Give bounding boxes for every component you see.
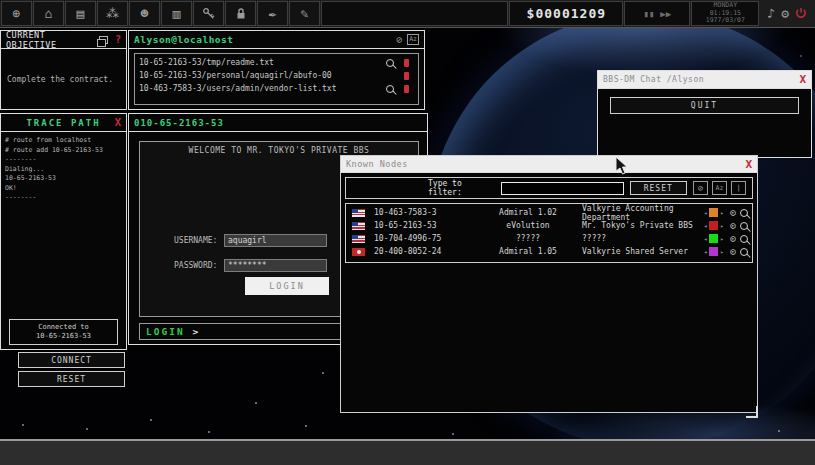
chat-titlebar[interactable]: BBS-DM Chat /Alyson X [598, 71, 811, 89]
search-icon[interactable] [740, 222, 748, 230]
trace-path-panel: TRACE PATH X # route from localhost # ro… [0, 113, 127, 350]
network-icon[interactable]: ⁂ [97, 1, 128, 26]
node-row[interactable]: 10-463-7583-3 Admiral 1.02 Valkyrie Acco… [350, 206, 748, 219]
node-description: ????? [582, 234, 702, 243]
node-row[interactable]: 10-704-4996-75 ????? ????? ◂ ▸ ⊙ [350, 232, 748, 245]
eye-icon[interactable]: ⊙ [730, 221, 736, 231]
eye-icon[interactable]: ⊙ [730, 208, 736, 218]
file-row[interactable]: 10-65-2163-53/tmp/readme.txt [139, 56, 414, 69]
file-manager-title: Alyson@localhost [134, 34, 234, 45]
bbs-dm-chat-window: BBS-DM Chat /Alyson X QUIT [597, 70, 812, 158]
globe-icon[interactable]: ⊕ [1, 1, 32, 26]
globe-glyph: ⊕ [13, 7, 21, 20]
quit-button[interactable]: QUIT [610, 97, 799, 114]
node-address: 10-65-2163-53 [374, 221, 474, 230]
sort-az-icon[interactable]: Az [407, 34, 419, 45]
color-next-icon[interactable]: ▸ [720, 235, 724, 242]
color-prev-icon[interactable]: ◂ [704, 222, 708, 229]
color-next-icon[interactable]: ▸ [720, 222, 724, 229]
color-prev-icon[interactable]: ◂ [704, 209, 708, 216]
restore-window-icon[interactable] [99, 36, 108, 44]
music-icon[interactable]: ♪ [767, 7, 775, 20]
key-icon[interactable] [193, 1, 224, 26]
filter-reset-button[interactable]: RESET [630, 181, 688, 195]
clock-glyph: ⊘ [698, 184, 703, 193]
az-glyph: Az [716, 184, 724, 192]
notes-glyph: ✎ [301, 7, 309, 20]
clock-display: MONDAY 01:19:15 1977/03/07 [691, 1, 759, 26]
delete-file-icon[interactable] [398, 85, 414, 93]
star [86, 428, 88, 430]
bbs-welcome-text: WELCOME TO MR. TOKYO'S PRIVATE BBS [140, 146, 418, 155]
current-objective-panel: CURRENT OBJECTIVE ? Complete the contrac… [0, 30, 127, 110]
color-prev-icon[interactable]: ◂ [704, 235, 708, 242]
search-icon[interactable] [740, 235, 748, 243]
sort-bar-icon[interactable]: | [731, 181, 746, 195]
settings-gear-icon[interactable]: ⚙ [781, 7, 789, 20]
close-icon[interactable]: X [799, 74, 806, 85]
power-icon[interactable] [795, 4, 807, 23]
color-next-icon[interactable]: ▸ [720, 209, 724, 216]
pause-button[interactable]: ▮▮ [644, 9, 655, 19]
trace-header: TRACE PATH X [1, 114, 126, 132]
delete-file-icon[interactable] [398, 59, 414, 67]
search-icon[interactable] [740, 248, 748, 256]
login-button[interactable]: LOGIN [245, 277, 329, 295]
sort-clock-icon[interactable]: ⊘ [693, 181, 708, 195]
node-color-swatch[interactable] [709, 221, 718, 230]
close-icon[interactable]: X [114, 117, 121, 128]
lock-icon[interactable] [225, 1, 256, 26]
book-quill-icon[interactable]: ✒ [257, 1, 288, 26]
spy-icon[interactable]: ☻ [129, 1, 160, 26]
reset-button[interactable]: RESET [18, 371, 125, 387]
node-color-swatch[interactable] [709, 234, 718, 243]
password-label: PASSWORD: [174, 261, 224, 270]
mouse-cursor [615, 156, 628, 175]
color-next-icon[interactable]: ▸ [720, 248, 724, 255]
file-row[interactable]: 10-463-7583-3/users/admin/vendor-list.tx… [139, 82, 414, 95]
node-row[interactable]: 20-400-8052-24 Admiral 1.05 Valkyrie Sha… [350, 245, 748, 258]
password-field[interactable] [224, 259, 327, 272]
notes-icon[interactable]: ✎ [289, 1, 320, 26]
username-field[interactable] [224, 234, 327, 247]
bbs-titlebar[interactable]: 010-65-2163-53 [129, 114, 427, 132]
search-icon[interactable] [740, 209, 748, 217]
eye-icon[interactable]: ⊙ [730, 247, 736, 257]
sort-az-icon[interactable]: Az [712, 181, 727, 195]
file-manager-panel: Alyson@localhost ⊘ Az 10-65-2163-53/tmp/… [128, 30, 425, 110]
color-prev-icon[interactable]: ◂ [704, 248, 708, 255]
node-software: ????? [474, 234, 582, 243]
fast-forward-button[interactable]: ▶▶ [660, 9, 671, 19]
close-icon[interactable]: X [745, 159, 752, 170]
eye-icon[interactable]: ⊙ [730, 234, 736, 244]
node-color-swatch[interactable] [709, 247, 718, 256]
news-icon[interactable]: ▤ [65, 1, 96, 26]
power-glyph [795, 7, 807, 19]
home-icon[interactable]: ⌂ [33, 1, 64, 26]
node-address: 10-463-7583-3 [374, 208, 474, 217]
resize-handle[interactable] [746, 406, 758, 418]
node-row[interactable]: 10-65-2163-53 eVolution Mr. Tokyo's Priv… [350, 219, 748, 232]
bbs-command-option[interactable]: LOGIN [146, 326, 185, 337]
star [208, 431, 210, 433]
node-address: 20-400-8052-24 [374, 247, 474, 256]
view-file-icon[interactable] [382, 85, 398, 93]
bbs-title: 010-65-2163-53 [134, 118, 224, 128]
sort-clock-icon[interactable]: ⊘ [396, 35, 402, 45]
filter-input[interactable] [501, 182, 624, 195]
known-nodes-titlebar[interactable]: Known Nodes X [341, 156, 757, 173]
file-manager-header: Alyson@localhost ⊘ Az [129, 31, 424, 49]
book-glyph: ✒ [269, 7, 277, 20]
view-file-icon[interactable] [382, 59, 398, 67]
card-icon[interactable]: ▥ [161, 1, 192, 26]
sort-icons: ⊘ Az | [693, 181, 746, 195]
known-nodes-window: Known Nodes X Type to filter: RESET ⊘ Az… [340, 155, 758, 413]
connect-button[interactable]: CONNECT [18, 352, 125, 368]
delete-file-icon[interactable] [398, 72, 414, 80]
bar-glyph: | [736, 184, 740, 192]
node-color-swatch[interactable] [709, 208, 718, 217]
file-row[interactable]: 10-65-2163-53/personal/aquagirl/abufo-00 [139, 69, 414, 82]
help-icon[interactable]: ? [115, 34, 121, 45]
node-table: 10-463-7583-3 Admiral 1.02 Valkyrie Acco… [345, 203, 753, 263]
star [778, 430, 780, 432]
